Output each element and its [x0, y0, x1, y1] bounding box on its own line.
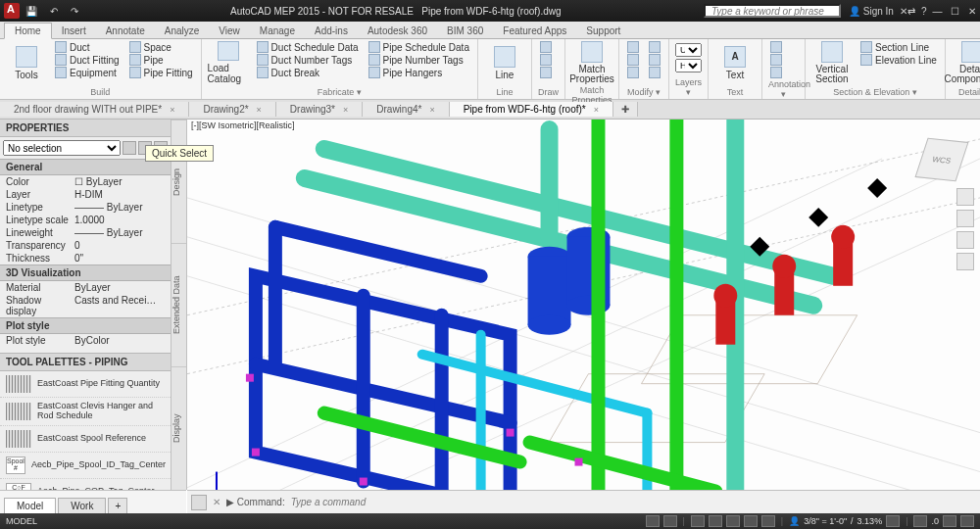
- model-space-button[interactable]: MODEL: [6, 516, 37, 526]
- qat-save-icon[interactable]: 💾: [25, 6, 37, 17]
- ribbon-tab-featured[interactable]: Featured Apps: [493, 24, 576, 38]
- clean-screen-icon[interactable]: [943, 515, 956, 527]
- ribbon-tab-home[interactable]: Home: [4, 23, 52, 39]
- stretch-button[interactable]: [625, 67, 641, 78]
- leader-button[interactable]: [768, 54, 784, 66]
- thickness-value[interactable]: 0": [74, 253, 165, 264]
- zoom-icon[interactable]: [956, 231, 974, 249]
- workspace-switch-icon[interactable]: [913, 515, 927, 527]
- orbit-icon[interactable]: [956, 253, 974, 270]
- mirror-button[interactable]: [647, 54, 662, 66]
- dyn-input-toggle-icon[interactable]: [761, 515, 775, 527]
- pipe-number-tags-button[interactable]: Pipe Number Tags: [367, 54, 471, 66]
- command-input[interactable]: [291, 497, 976, 507]
- ortho-toggle-icon[interactable]: [691, 515, 705, 527]
- pipe-hangers-button[interactable]: Pipe Hangers: [367, 67, 471, 78]
- maximize-button[interactable]: ☐: [951, 6, 959, 17]
- ribbon-tab-bim360[interactable]: BIM 360: [437, 24, 493, 38]
- decimal-display[interactable]: .0: [931, 516, 939, 526]
- close-icon[interactable]: ×: [594, 105, 599, 115]
- model-tab[interactable]: Model: [4, 498, 56, 513]
- doc-tab[interactable]: Drawing4*×: [363, 102, 449, 117]
- close-icon[interactable]: ×: [343, 105, 348, 115]
- zoom-level[interactable]: 3.13%: [858, 516, 883, 526]
- new-doc-tab[interactable]: ✚: [613, 102, 638, 117]
- ribbon-tab-addins[interactable]: Add-ins: [305, 24, 358, 38]
- minimize-button[interactable]: —: [932, 6, 942, 17]
- drawing-canvas[interactable]: [-][SW Isometric][Realistic]: [187, 120, 980, 513]
- draw-tool-1[interactable]: [538, 41, 554, 53]
- close-icon[interactable]: ×: [429, 105, 434, 115]
- ltscale-value[interactable]: 1.0000: [74, 215, 165, 225]
- duct-schedule-button[interactable]: Duct Schedule Data: [255, 41, 361, 53]
- signin-link[interactable]: 👤 Sign In: [849, 6, 894, 17]
- ribbon-tab-insert[interactable]: Insert: [52, 24, 96, 38]
- qat-undo-icon[interactable]: ↶: [50, 6, 58, 17]
- lineweight-value[interactable]: ——— ByLayer: [74, 227, 165, 238]
- palette-item[interactable]: EastCoast Clevis Hanger and Rod Schedule: [0, 398, 171, 426]
- material-value[interactable]: ByLayer: [74, 282, 165, 293]
- ribbon-tab-support[interactable]: Support: [576, 24, 630, 38]
- close-button[interactable]: ✕: [968, 6, 976, 17]
- pipe-fitting-button[interactable]: Pipe Fitting: [127, 67, 195, 78]
- app-logo[interactable]: [4, 3, 20, 19]
- line-button[interactable]: Line: [484, 41, 525, 84]
- draw-tool-3[interactable]: [538, 67, 554, 78]
- duct-button[interactable]: Duct: [53, 41, 122, 53]
- load-catalog-button[interactable]: Load Catalog: [208, 41, 249, 84]
- qat-redo-icon[interactable]: ↷: [71, 6, 78, 17]
- grid-toggle-icon[interactable]: [646, 515, 660, 527]
- duct-number-tags-button[interactable]: Duct Number Tags: [255, 54, 361, 66]
- polar-toggle-icon[interactable]: [709, 515, 722, 527]
- command-menu-icon[interactable]: [191, 495, 207, 510]
- side-tab[interactable]: Design: [172, 120, 186, 243]
- table-button[interactable]: [768, 67, 784, 78]
- draw-tool-2[interactable]: [538, 54, 554, 66]
- section-line-button[interactable]: Section Line: [858, 41, 939, 53]
- ribbon-tab-autodesk360[interactable]: Autodesk 360: [358, 24, 437, 38]
- layer-state-dropdown[interactable]: Unsaved Layer State: [675, 43, 702, 57]
- doc-tab-active[interactable]: Pipe from WDF-6-htg (roof)*×: [450, 102, 613, 117]
- vertical-section-button[interactable]: Vertical Section: [811, 41, 853, 84]
- side-tab[interactable]: Extended Data: [172, 243, 186, 366]
- close-icon[interactable]: ×: [257, 105, 262, 115]
- steering-wheel-icon[interactable]: [956, 188, 974, 206]
- ribbon-tab-manage[interactable]: Manage: [250, 24, 305, 38]
- current-layer-dropdown[interactable]: H-DIM: [675, 59, 702, 72]
- text-button[interactable]: AText: [714, 41, 756, 84]
- exchange-icon[interactable]: ✕⇄: [900, 6, 915, 17]
- toggle-pickadd-icon[interactable]: [122, 141, 136, 155]
- work-tab[interactable]: Work: [58, 498, 106, 513]
- duct-break-button[interactable]: Duct Break: [255, 67, 361, 78]
- scale-button[interactable]: [647, 67, 662, 78]
- layer-value[interactable]: H-DIM: [74, 189, 165, 200]
- transparency-value[interactable]: 0: [74, 240, 165, 251]
- person-icon[interactable]: 👤: [789, 516, 800, 526]
- linetype-value[interactable]: ——— ByLayer: [74, 202, 165, 213]
- equipment-button[interactable]: Equipment: [53, 67, 122, 78]
- osnap-toggle-icon[interactable]: [726, 515, 740, 527]
- pan-icon[interactable]: [956, 210, 974, 227]
- ribbon-tab-annotate[interactable]: Annotate: [96, 24, 155, 38]
- match-properties-button[interactable]: Match Properties: [571, 41, 612, 84]
- space-button[interactable]: Space: [127, 41, 195, 53]
- palette-item[interactable]: Spool #Aecb_Pipe_Spool_ID_Tag_Center: [0, 453, 171, 479]
- side-tab[interactable]: Display: [172, 366, 186, 490]
- pipe-button[interactable]: Pipe: [127, 54, 195, 66]
- rotate-button[interactable]: [647, 41, 662, 53]
- add-layout-tab[interactable]: +: [108, 498, 127, 513]
- duct-fitting-button[interactable]: Duct Fitting: [53, 54, 122, 66]
- color-value[interactable]: ☐ ByLayer: [74, 176, 165, 187]
- move-button[interactable]: [625, 41, 641, 53]
- elevation-line-button[interactable]: Elevation Line: [858, 54, 939, 66]
- ribbon-tab-analyze[interactable]: Analyze: [155, 24, 210, 38]
- doc-tab[interactable]: Drawing2*×: [189, 102, 275, 117]
- shadow-value[interactable]: Casts and Recei…: [74, 295, 165, 316]
- selection-dropdown[interactable]: No selection: [3, 140, 121, 156]
- close-icon[interactable]: ×: [170, 105, 174, 115]
- gear-icon[interactable]: [886, 515, 900, 527]
- ribbon-tab-view[interactable]: View: [209, 24, 250, 38]
- doc-tab[interactable]: Drawing3*×: [276, 102, 363, 117]
- snap-toggle-icon[interactable]: [663, 515, 677, 527]
- palette-item[interactable]: EastCoast Pipe Fitting Quantity: [0, 371, 171, 398]
